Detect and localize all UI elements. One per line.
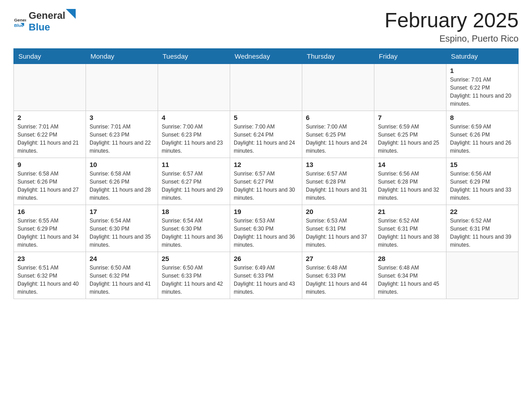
day-info: Sunrise: 6:54 AMSunset: 6:30 PMDaylight:… — [90, 217, 154, 249]
calendar-cell: 5Sunrise: 7:00 AMSunset: 6:24 PMDaylight… — [230, 111, 302, 158]
calendar-subtitle: Espino, Puerto Rico — [385, 34, 519, 44]
calendar-cell — [446, 252, 519, 299]
svg-text:Blue: Blue — [14, 23, 24, 27]
day-number: 20 — [306, 208, 370, 215]
calendar-cell — [374, 64, 446, 111]
page-header: General Blue General Blue February 2025 … — [13, 9, 519, 44]
day-number: 1 — [450, 67, 515, 74]
day-number: 21 — [378, 208, 442, 215]
col-sunday: Sunday — [14, 48, 86, 64]
day-info: Sunrise: 7:01 AMSunset: 6:22 PMDaylight:… — [17, 123, 82, 155]
calendar-cell: 24Sunrise: 6:50 AMSunset: 6:32 PMDayligh… — [86, 252, 158, 299]
calendar-cell: 2Sunrise: 7:01 AMSunset: 6:22 PMDaylight… — [14, 111, 86, 158]
day-info: Sunrise: 6:57 AMSunset: 6:27 PMDaylight:… — [234, 170, 298, 202]
calendar-cell: 1Sunrise: 7:01 AMSunset: 6:22 PMDaylight… — [446, 64, 519, 111]
calendar-cell: 25Sunrise: 6:50 AMSunset: 6:33 PMDayligh… — [158, 252, 230, 299]
day-info: Sunrise: 7:01 AMSunset: 6:22 PMDaylight:… — [450, 76, 515, 108]
col-monday: Monday — [86, 48, 158, 64]
day-number: 18 — [162, 208, 226, 215]
logo: General Blue General Blue — [13, 9, 77, 33]
svg-marker-3 — [66, 9, 76, 19]
calendar-title: February 2025 — [385, 9, 519, 32]
calendar-cell — [302, 64, 374, 111]
day-number: 11 — [162, 161, 226, 168]
day-info: Sunrise: 6:48 AMSunset: 6:33 PMDaylight:… — [306, 264, 370, 296]
day-number: 3 — [90, 114, 154, 121]
day-info: Sunrise: 7:00 AMSunset: 6:23 PMDaylight:… — [162, 123, 226, 155]
day-info: Sunrise: 6:53 AMSunset: 6:30 PMDaylight:… — [234, 217, 298, 249]
day-info: Sunrise: 6:59 AMSunset: 6:26 PMDaylight:… — [450, 123, 515, 155]
calendar-cell — [158, 64, 230, 111]
calendar-cell: 9Sunrise: 6:58 AMSunset: 6:26 PMDaylight… — [14, 158, 86, 205]
calendar-cell — [230, 64, 302, 111]
day-info: Sunrise: 6:57 AMSunset: 6:27 PMDaylight:… — [162, 170, 226, 202]
calendar-cell: 19Sunrise: 6:53 AMSunset: 6:30 PMDayligh… — [230, 205, 302, 252]
day-info: Sunrise: 6:49 AMSunset: 6:33 PMDaylight:… — [234, 264, 298, 296]
calendar-cell: 11Sunrise: 6:57 AMSunset: 6:27 PMDayligh… — [158, 158, 230, 205]
col-saturday: Saturday — [446, 48, 519, 64]
col-wednesday: Wednesday — [230, 48, 302, 64]
day-number: 23 — [17, 255, 82, 262]
day-info: Sunrise: 6:55 AMSunset: 6:29 PMDaylight:… — [17, 217, 82, 249]
calendar-cell: 26Sunrise: 6:49 AMSunset: 6:33 PMDayligh… — [230, 252, 302, 299]
day-info: Sunrise: 6:52 AMSunset: 6:31 PMDaylight:… — [450, 217, 515, 249]
day-number: 4 — [162, 114, 226, 121]
logo-general-text: General — [29, 10, 65, 21]
day-number: 10 — [90, 161, 154, 168]
calendar-cell: 4Sunrise: 7:00 AMSunset: 6:23 PMDaylight… — [158, 111, 230, 158]
day-number: 16 — [17, 208, 82, 215]
calendar-header: Sunday Monday Tuesday Wednesday Thursday… — [14, 48, 519, 64]
logo-triangle-icon — [66, 9, 76, 19]
day-number: 7 — [378, 114, 442, 121]
calendar-week-row: 2Sunrise: 7:01 AMSunset: 6:22 PMDaylight… — [14, 111, 519, 158]
day-info: Sunrise: 7:00 AMSunset: 6:24 PMDaylight:… — [234, 123, 298, 155]
calendar-table: Sunday Monday Tuesday Wednesday Thursday… — [13, 48, 519, 299]
day-info: Sunrise: 7:01 AMSunset: 6:23 PMDaylight:… — [90, 123, 154, 155]
day-number: 12 — [234, 161, 298, 168]
day-number: 8 — [450, 114, 515, 121]
calendar-week-row: 16Sunrise: 6:55 AMSunset: 6:29 PMDayligh… — [14, 205, 519, 252]
calendar-cell: 20Sunrise: 6:53 AMSunset: 6:31 PMDayligh… — [302, 205, 374, 252]
day-number: 15 — [450, 161, 515, 168]
calendar-cell: 15Sunrise: 6:56 AMSunset: 6:29 PMDayligh… — [446, 158, 519, 205]
calendar-cell: 8Sunrise: 6:59 AMSunset: 6:26 PMDaylight… — [446, 111, 519, 158]
day-number: 2 — [17, 114, 82, 121]
day-info: Sunrise: 6:54 AMSunset: 6:30 PMDaylight:… — [162, 217, 226, 249]
day-info: Sunrise: 6:57 AMSunset: 6:28 PMDaylight:… — [306, 170, 370, 202]
day-info: Sunrise: 6:52 AMSunset: 6:31 PMDaylight:… — [378, 217, 442, 249]
calendar-cell: 6Sunrise: 7:00 AMSunset: 6:25 PMDaylight… — [302, 111, 374, 158]
calendar-cell: 22Sunrise: 6:52 AMSunset: 6:31 PMDayligh… — [446, 205, 519, 252]
day-number: 14 — [378, 161, 442, 168]
day-info: Sunrise: 6:48 AMSunset: 6:34 PMDaylight:… — [378, 264, 442, 296]
calendar-cell: 16Sunrise: 6:55 AMSunset: 6:29 PMDayligh… — [14, 205, 86, 252]
day-number: 9 — [17, 161, 82, 168]
day-info: Sunrise: 6:59 AMSunset: 6:25 PMDaylight:… — [378, 123, 442, 155]
day-info: Sunrise: 6:56 AMSunset: 6:29 PMDaylight:… — [450, 170, 515, 202]
calendar-cell: 21Sunrise: 6:52 AMSunset: 6:31 PMDayligh… — [374, 205, 446, 252]
calendar-body: 1Sunrise: 7:01 AMSunset: 6:22 PMDaylight… — [14, 64, 519, 299]
day-number: 24 — [90, 255, 154, 262]
title-block: February 2025 Espino, Puerto Rico — [385, 9, 519, 44]
calendar-cell: 12Sunrise: 6:57 AMSunset: 6:27 PMDayligh… — [230, 158, 302, 205]
day-info: Sunrise: 6:53 AMSunset: 6:31 PMDaylight:… — [306, 217, 370, 249]
svg-text:General: General — [14, 17, 26, 22]
calendar-cell — [86, 64, 158, 111]
calendar-cell: 27Sunrise: 6:48 AMSunset: 6:33 PMDayligh… — [302, 252, 374, 299]
day-number: 6 — [306, 114, 370, 121]
day-info: Sunrise: 6:51 AMSunset: 6:32 PMDaylight:… — [17, 264, 82, 296]
day-number: 22 — [450, 208, 515, 215]
calendar-cell: 28Sunrise: 6:48 AMSunset: 6:34 PMDayligh… — [374, 252, 446, 299]
col-thursday: Thursday — [302, 48, 374, 64]
logo-icon: General Blue — [13, 15, 26, 27]
calendar-cell: 7Sunrise: 6:59 AMSunset: 6:25 PMDaylight… — [374, 111, 446, 158]
day-number: 5 — [234, 114, 298, 121]
day-number: 13 — [306, 161, 370, 168]
day-info: Sunrise: 6:50 AMSunset: 6:33 PMDaylight:… — [162, 264, 226, 296]
day-info: Sunrise: 6:58 AMSunset: 6:26 PMDaylight:… — [90, 170, 154, 202]
calendar-cell: 14Sunrise: 6:56 AMSunset: 6:28 PMDayligh… — [374, 158, 446, 205]
calendar-cell: 23Sunrise: 6:51 AMSunset: 6:32 PMDayligh… — [14, 252, 86, 299]
day-number: 25 — [162, 255, 226, 262]
calendar-cell: 18Sunrise: 6:54 AMSunset: 6:30 PMDayligh… — [158, 205, 230, 252]
calendar-cell — [14, 64, 86, 111]
calendar-cell: 3Sunrise: 7:01 AMSunset: 6:23 PMDaylight… — [86, 111, 158, 158]
